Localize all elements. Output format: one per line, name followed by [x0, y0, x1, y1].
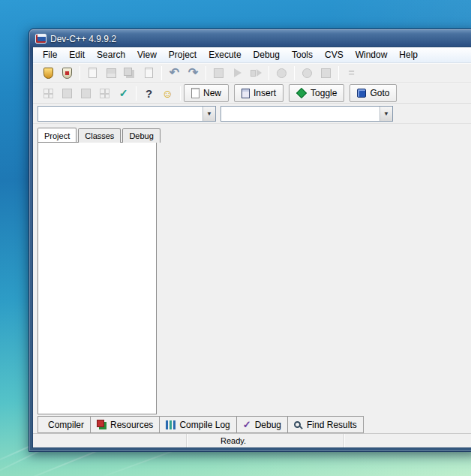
left-combobox-dropdown-button[interactable]: ▼: [202, 107, 215, 121]
left-combobox[interactable]: ▼: [38, 106, 216, 122]
debug-tab-label: Debug: [255, 420, 281, 430]
run-icon: [234, 68, 242, 77]
chevron-down-icon: ▼: [383, 110, 389, 117]
smiley-about-icon: ☺: [162, 88, 173, 99]
save-button[interactable]: [102, 64, 121, 82]
new-member-function-icon: [62, 89, 72, 98]
bookmark-insert-button[interactable]: Insert: [234, 84, 284, 102]
tab-find-results[interactable]: Find Results: [288, 416, 364, 433]
compile-button[interactable]: [209, 64, 228, 82]
open-project-icon: [62, 68, 72, 79]
profile-button[interactable]: [316, 64, 335, 82]
right-combobox[interactable]: ▼: [220, 106, 393, 122]
new-project-button[interactable]: [39, 64, 58, 82]
toolbar-separator: [268, 66, 269, 80]
resources-tab-label: Resources: [110, 420, 153, 430]
bookmark-new-icon: [191, 88, 200, 98]
titlebar[interactable]: Dev-C++ 4.9.9.2: [32, 29, 471, 47]
save-all-icon: [124, 68, 132, 76]
bookmark-insert-icon: [242, 89, 250, 98]
new-member-variable-icon: [81, 89, 91, 98]
run-button[interactable]: [228, 64, 247, 82]
bookmark-goto-icon: [357, 89, 366, 98]
window-title: Dev-C++ 4.9.9.2: [50, 34, 116, 44]
debug-tab-check-icon: ✓: [243, 420, 251, 429]
right-combobox-value: [221, 107, 380, 121]
bookmark-new-button[interactable]: New: [184, 84, 229, 102]
menu-item-help[interactable]: Help: [393, 48, 424, 62]
toolbar-separator: [161, 66, 162, 80]
menu-item-file[interactable]: File: [37, 48, 63, 62]
save-all-button[interactable]: [121, 64, 140, 82]
right-combobox-dropdown-button[interactable]: ▼: [380, 107, 392, 121]
menu-item-window[interactable]: Window: [350, 48, 394, 62]
open-project-button[interactable]: [58, 64, 76, 82]
rebuild-all-button[interactable]: [272, 64, 291, 82]
toolbar-separator: [206, 66, 206, 80]
undo-button[interactable]: ↶: [165, 64, 184, 82]
project-tree-panel[interactable]: [38, 142, 157, 414]
tab-compiler[interactable]: Compiler: [38, 416, 91, 433]
new-source-icon: [88, 68, 97, 78]
about-button[interactable]: ☺: [158, 84, 177, 102]
resources-tab-icon: [97, 420, 104, 427]
tab-project[interactable]: Project: [38, 128, 76, 142]
status-panel-right: [344, 434, 471, 447]
abort-compilation-icon: =: [348, 68, 354, 78]
debug-run-icon: [302, 68, 312, 78]
bookmark-toggle-button[interactable]: Toggle: [289, 84, 344, 102]
bookmark-goto-button[interactable]: Goto: [350, 84, 397, 102]
tab-debug[interactable]: Debug: [122, 128, 160, 143]
compile-log-tab-label: Compile Log: [179, 420, 230, 430]
compile-and-run-button[interactable]: [247, 64, 266, 82]
secondary-toolbar: ✓ ? ☺ New Insert Toggle: [33, 83, 471, 104]
tab-debug-bottom[interactable]: ✓ Debug: [237, 416, 288, 433]
syntax-check-button[interactable]: ✓: [114, 84, 133, 102]
close-file-button[interactable]: [140, 64, 158, 82]
debug-run-button[interactable]: [298, 64, 316, 82]
new-source-button[interactable]: [83, 64, 102, 82]
find-results-tab-label: Find Results: [307, 420, 357, 430]
menu-item-view[interactable]: View: [131, 48, 163, 62]
toolbar-separator: [80, 66, 80, 80]
bookmark-toggle-label: Toggle: [310, 88, 337, 98]
tab-compile-log[interactable]: Compile Log: [160, 416, 236, 433]
compile-and-run-icon: [250, 69, 262, 77]
menu-item-tools[interactable]: Tools: [286, 48, 319, 62]
redo-icon: ↷: [188, 67, 198, 79]
menu-item-debug[interactable]: Debug: [248, 48, 286, 62]
report-tabs: Compiler Resources Compile Log ✓ Debug F…: [38, 416, 471, 433]
menu-item-search[interactable]: Search: [91, 48, 131, 62]
left-combobox-value: [38, 107, 202, 121]
menu-item-cvs[interactable]: CVS: [319, 48, 350, 62]
close-file-icon: [145, 68, 153, 78]
chevron-down-icon: ▼: [206, 110, 212, 117]
bookmark-goto-label: Goto: [370, 88, 389, 98]
class-browser-button[interactable]: [95, 84, 114, 102]
menu-item-edit[interactable]: Edit: [63, 48, 91, 62]
menu-item-execute[interactable]: Execute: [202, 48, 247, 62]
new-member-variable-button[interactable]: [76, 84, 95, 102]
new-class-button[interactable]: [39, 84, 58, 102]
toolbar-separator: [136, 86, 136, 101]
status-panel-message: Ready.: [187, 434, 344, 447]
redo-button[interactable]: ↷: [184, 64, 202, 82]
toolbar-separator: [180, 86, 181, 101]
main-toolbar: ↶ ↷ =: [33, 63, 471, 83]
work-area: Project Classes Debug: [33, 124, 471, 414]
help-button[interactable]: ?: [140, 84, 158, 102]
toolbar-separator: [294, 66, 295, 80]
abort-compilation-button[interactable]: =: [342, 64, 361, 82]
desktop: Dev-C++ 4.9.9.2 File Edit Search View Pr…: [0, 0, 471, 476]
menu-item-project[interactable]: Project: [163, 48, 202, 62]
tab-resources[interactable]: Resources: [91, 416, 160, 433]
new-member-function-button[interactable]: [58, 84, 76, 102]
tab-classes[interactable]: Classes: [78, 128, 121, 143]
compile-icon: [214, 68, 224, 78]
save-icon: [106, 68, 116, 78]
new-project-icon: [44, 68, 53, 79]
new-class-icon: [44, 89, 53, 98]
profile-icon: [321, 68, 331, 78]
toolbar-separator: [338, 66, 339, 80]
rebuild-all-icon: [277, 68, 286, 78]
